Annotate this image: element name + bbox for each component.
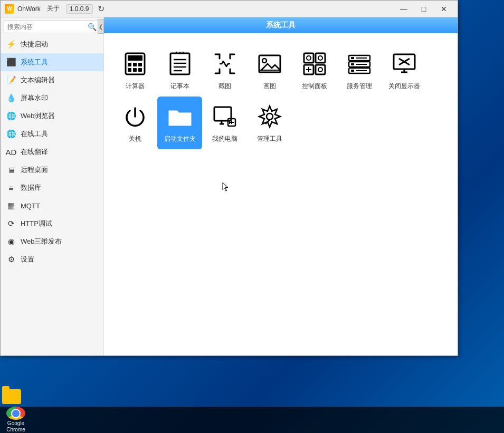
svg-point-27: [318, 68, 322, 72]
sidebar: 🔍 ❮ ⚡快捷启动⬛系统工具📝文本编辑器💧屏幕水印🌐Web浏览器🌐在线工具AD在…: [1, 17, 104, 355]
main-layout: 🔍 ❮ ⚡快捷启动⬛系统工具📝文本编辑器💧屏幕水印🌐Web浏览器🌐在线工具AD在…: [1, 17, 458, 355]
window-controls: — □ ✕: [394, 3, 453, 15]
chrome-taskbar-icon[interactable]: GoogleChrome: [2, 407, 30, 433]
service-manager-label: 服务管理: [347, 82, 372, 91]
image-viewer-icon: [256, 50, 283, 78]
search-bar: 🔍: [4, 21, 100, 33]
desktop-folder[interactable]: [2, 389, 21, 404]
svg-rect-4: [138, 63, 142, 66]
content-title: 系统工具: [104, 17, 458, 33]
svg-rect-19: [304, 53, 313, 63]
calculator-icon: [121, 50, 149, 78]
svg-point-24: [318, 56, 322, 60]
svg-rect-33: [351, 70, 354, 72]
sidebar-item-system-tools[interactable]: ⬛系统工具: [1, 53, 103, 71]
watermark-label: 屏幕水印: [21, 93, 48, 103]
sidebar-item-text-editor[interactable]: 📝文本编辑器: [1, 71, 103, 89]
sidebar-item-http-debug[interactable]: ⟳HTTP调试: [1, 215, 103, 233]
http-debug-label: HTTP调试: [21, 219, 52, 228]
svg-rect-31: [351, 57, 354, 59]
svg-rect-5: [128, 68, 131, 72]
sidebar-item-settings[interactable]: ⚙设置: [1, 251, 103, 268]
mqtt-icon: ▦: [6, 200, 16, 211]
calculator-label: 计算器: [126, 82, 145, 91]
my-computer-icon: [211, 103, 239, 130]
text-editor-icon: 📝: [6, 75, 16, 85]
sidebar-item-quick-launch[interactable]: ⚡快捷启动: [1, 35, 103, 53]
screenshot-label: 截图: [218, 82, 231, 91]
tool-control-panel[interactable]: 控制面板: [292, 44, 337, 97]
chrome-icon: [6, 407, 25, 420]
content-area: 系统工具 计算器 记事本 截图 画图: [104, 17, 458, 355]
online-translate-icon: AD: [6, 147, 16, 157]
sidebar-item-web-browser[interactable]: 🌐Web浏览器: [1, 107, 103, 125]
svg-rect-22: [316, 65, 325, 74]
svg-rect-7: [138, 68, 142, 72]
notepad-label: 记事本: [170, 82, 189, 91]
settings-icon: ⚙: [6, 254, 16, 265]
taskbar: GoogleChrome: [0, 407, 504, 433]
svg-point-23: [307, 56, 311, 60]
shutdown-icon: [121, 103, 149, 130]
text-editor-label: 文本编辑器: [21, 75, 55, 85]
screenshot-icon: [211, 50, 239, 78]
startup-folder-icon: [166, 103, 194, 130]
update-icon[interactable]: ↻: [96, 4, 107, 14]
shutdown-label: 关机: [129, 134, 141, 143]
management-tools-label: 管理工具: [257, 134, 282, 143]
chrome-label: GoogleChrome: [6, 420, 25, 433]
tool-calculator[interactable]: 计算器: [112, 44, 157, 97]
sidebar-item-watermark[interactable]: 💧屏幕水印: [1, 89, 103, 107]
about-menu[interactable]: 关于: [47, 4, 60, 13]
settings-label: 设置: [21, 255, 34, 264]
image-viewer-label: 画图: [263, 82, 276, 91]
remote-desktop-label: 远程桌面: [21, 165, 48, 175]
online-tools-label: 在线工具: [21, 129, 48, 139]
http-debug-icon: ⟳: [6, 218, 16, 229]
web-browser-icon: 🌐: [6, 111, 16, 121]
management-tools-icon: [256, 103, 283, 130]
web-browser-label: Web浏览器: [21, 111, 55, 121]
close-display-label: 关闭显示器: [388, 82, 420, 91]
sidebar-item-online-tools[interactable]: 🌐在线工具: [1, 125, 103, 143]
sidebar-item-web3d[interactable]: ◉Web三维发布: [1, 233, 103, 251]
control-panel-icon: [301, 50, 328, 78]
tool-image-viewer[interactable]: 画图: [247, 44, 292, 97]
svg-point-18: [262, 59, 267, 63]
sidebar-item-mqtt[interactable]: ▦MQTT: [1, 197, 103, 215]
collapse-button[interactable]: ❮: [98, 19, 104, 34]
database-icon: ≡: [6, 182, 16, 193]
svg-rect-2: [128, 63, 131, 66]
database-label: 数据库: [21, 183, 41, 193]
system-tools-icon: ⬛: [6, 57, 16, 68]
tool-service-manager[interactable]: 服务管理: [337, 44, 382, 97]
tool-close-display[interactable]: 关闭显示器: [382, 44, 426, 97]
close-button[interactable]: ✕: [434, 3, 453, 15]
folder-icon: [2, 389, 21, 404]
search-icon: 🔍: [88, 23, 97, 31]
app-icon: W: [5, 4, 14, 14]
tool-startup-folder[interactable]: 启动文件夹: [157, 97, 202, 149]
tool-shutdown[interactable]: 关机: [112, 97, 157, 149]
close-display-icon: [391, 50, 418, 78]
remote-desktop-icon: 🖥: [6, 165, 16, 175]
sidebar-item-remote-desktop[interactable]: 🖥远程桌面: [1, 161, 103, 179]
web3d-icon: ◉: [6, 236, 16, 247]
tools-grid: 计算器 记事本 截图 画图 控制面板: [104, 33, 458, 160]
sidebar-item-online-translate[interactable]: AD在线翻译: [1, 143, 103, 161]
sidebar-item-database[interactable]: ≡数据库: [1, 179, 103, 197]
tool-management-tools[interactable]: 管理工具: [247, 97, 292, 149]
notepad-icon: [166, 50, 194, 78]
search-wrap: 🔍 ❮: [1, 17, 103, 35]
maximize-button[interactable]: □: [414, 3, 433, 15]
search-input[interactable]: [7, 23, 88, 31]
svg-rect-32: [351, 63, 354, 65]
tool-notepad[interactable]: 记事本: [157, 44, 202, 97]
tool-my-computer[interactable]: 我的电脑: [202, 97, 247, 149]
minimize-button[interactable]: —: [394, 3, 413, 15]
app-name: OnWork: [17, 5, 41, 13]
version-badge: 1.0.0.9: [66, 4, 93, 14]
quick-launch-label: 快捷启动: [21, 40, 48, 49]
tool-screenshot[interactable]: 截图: [202, 44, 247, 97]
app-window: W OnWork 关于 1.0.0.9 ↻ — □ ✕ 🔍 ❮ ⚡快捷启动⬛系统…: [0, 0, 458, 356]
